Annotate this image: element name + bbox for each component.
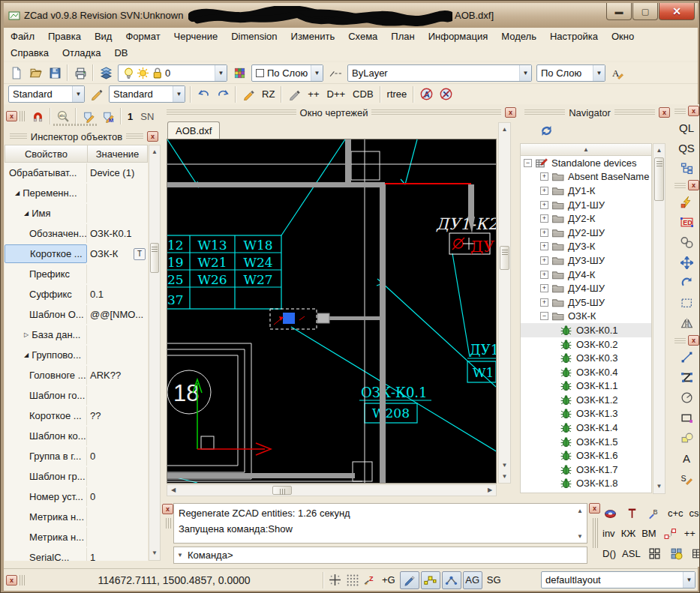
tool-QS[interactable]: QS [672, 138, 700, 158]
command-ASL[interactable]: ASL [622, 548, 641, 559]
menu-формат[interactable]: Формат [119, 29, 167, 43]
ed-button[interactable]: ED [672, 212, 700, 232]
cross-grid-toggle[interactable] [329, 574, 341, 586]
combo-0[interactable]: 0▼ [118, 64, 227, 82]
menu-справка[interactable]: Справка [4, 46, 56, 60]
canvas-vscrollbar[interactable]: ▲ ▼ ▼ [498, 122, 511, 484]
expand-icon[interactable]: + [540, 201, 548, 209]
table-button[interactable] [689, 547, 700, 560]
layout-select[interactable]: defaultlayout▼ [541, 571, 695, 589]
pencil-style-button[interactable] [87, 85, 107, 103]
magnet-button[interactable] [28, 107, 47, 125]
tree-item-ду1-к[interactable]: +ДУ1-К [521, 184, 651, 198]
status-label-SG[interactable]: SG [487, 574, 501, 586]
property-row[interactable]: ◢Имя [5, 203, 148, 223]
drawing-close-icon[interactable]: x [505, 107, 516, 118]
move-button[interactable] [672, 253, 700, 273]
panel-grip[interactable] [674, 183, 686, 188]
command-input[interactable]: ▼ Команда> [173, 547, 587, 564]
cad-canvas[interactable]: 12 W13 W18 19 W21 W24 25 W26 W27 37 ОЗК-… [167, 139, 497, 484]
property-row[interactable]: Головноге ...ARK?? [5, 365, 148, 385]
expanded-icon[interactable]: ◢ [24, 210, 29, 217]
menu-dimension[interactable]: Dimension [224, 29, 284, 43]
command-inv[interactable]: inv [602, 528, 615, 539]
property-row[interactable]: ▷База дан... [5, 325, 148, 345]
tree-item-ду2-шу[interactable]: +ДУ2-ШУ [521, 226, 651, 240]
menu-план[interactable]: План [384, 29, 421, 43]
menu-информация[interactable]: Информация [422, 29, 495, 43]
scroll-up-icon[interactable]: ▲ [653, 145, 665, 156]
combo-standard[interactable]: Standard▼ [109, 85, 185, 103]
chevron-down-icon[interactable]: ▼ [519, 65, 531, 81]
property-row[interactable]: Метрика н... [5, 527, 148, 547]
menu-настройка[interactable]: Настройка [543, 29, 605, 43]
menu-модель[interactable]: Модель [494, 29, 543, 43]
menu-черчение[interactable]: Черчение [167, 29, 225, 43]
toolbar-label-D++[interactable]: D++ [327, 88, 346, 100]
property-row[interactable]: Шаблон ко... [5, 426, 148, 446]
small-red-button[interactable] [662, 527, 679, 540]
property-row[interactable]: Короткое ...ОЗК-КT [5, 244, 148, 264]
inspector-close-icon[interactable]: x [147, 131, 158, 142]
tree-item-озк-к0.3[interactable]: ОЗК-К0.3 [521, 351, 651, 365]
pencil-gray-button[interactable] [284, 85, 304, 103]
property-row[interactable]: SerialC...1 [5, 547, 148, 561]
font-edit-button[interactable]: A [608, 64, 627, 82]
copy-tool-button[interactable] [672, 428, 700, 448]
combo-по-слою[interactable]: По Слою▼ [251, 64, 323, 82]
scroll-right-icon[interactable]: ▶ [485, 485, 494, 495]
expand-icon[interactable]: + [540, 298, 548, 307]
tree-item-absent-basename[interactable]: +Absent BaseName [521, 170, 651, 184]
circle-tool-button[interactable] [672, 388, 700, 408]
nodes-yellow-toggle[interactable] [421, 571, 440, 589]
sun-icon[interactable] [137, 67, 149, 79]
search-abc-button[interactable]: abc [53, 107, 73, 125]
expanded-icon[interactable]: ◢ [24, 352, 29, 358]
mirror-button[interactable] [672, 313, 700, 334]
toolbar-label-CDB[interactable]: CDB [353, 88, 373, 100]
property-value[interactable]: 0 [90, 491, 95, 502]
chain-button[interactable] [672, 232, 700, 253]
tree-item-озк-к1.5[interactable]: ОЗК-К1.5 [521, 435, 651, 449]
rect-tool-button[interactable] [672, 408, 700, 428]
property-row[interactable]: Группа в г...0 [5, 446, 148, 466]
tree-item-ду2-к[interactable]: +ДУ2-К [521, 211, 651, 226]
selected-entity[interactable] [283, 313, 295, 324]
close-icon[interactable]: x [688, 106, 699, 116]
tree-item-озк-к1.3[interactable]: ОЗК-К1.3 [521, 407, 651, 421]
expand-icon[interactable]: + [540, 271, 548, 279]
red-a-button[interactable]: A [416, 85, 436, 103]
navigator-scrollbar[interactable]: ▲ ▼ [653, 143, 665, 494]
property-row[interactable]: Префикс [5, 264, 148, 284]
property-row[interactable]: Шаблон О...@@[NMO... [5, 304, 148, 325]
layers-button[interactable] [96, 64, 116, 82]
toolbar-label-RZ[interactable]: RZ [262, 88, 275, 100]
statusbar-close-icon[interactable]: x [6, 575, 17, 586]
refresh-icon[interactable] [539, 124, 554, 138]
property-value[interactable]: @@[NMO... [90, 309, 143, 320]
menu-файл[interactable]: Файл [4, 29, 41, 43]
chevron-down-icon[interactable]: ▼ [173, 86, 185, 102]
chevron-down-icon[interactable]: ▼ [72, 86, 84, 102]
status-label-+G[interactable]: +G [382, 574, 395, 586]
panel-grip[interactable] [524, 109, 565, 116]
menu-схема[interactable]: Схема [341, 29, 384, 43]
maximize-button[interactable]: ▢ [632, 3, 658, 20]
navigator-close-icon[interactable]: x [659, 107, 670, 118]
pin-t-button[interactable] [623, 507, 641, 520]
collapsed-icon[interactable]: ▷ [24, 331, 29, 338]
tree-item-озк-к[interactable]: −ОЗК-К [521, 310, 651, 324]
toolbar-label-++[interactable]: ++ [308, 88, 319, 100]
command-close-icon[interactable]: x [162, 504, 173, 514]
command-history[interactable]: Regenerate ZCAD entities: 1.26 секундЗап… [173, 503, 587, 544]
property-row[interactable]: ◢Переменн... [5, 183, 148, 203]
tree-item-ду3-шу[interactable]: +ДУ3-ШУ [521, 253, 651, 268]
property-row[interactable]: ◢Группово... [5, 345, 148, 365]
property-row[interactable]: Короткое ...?? [5, 406, 148, 426]
property-row[interactable]: Шаблон гр... [5, 466, 148, 487]
panel-grip[interactable] [371, 109, 501, 116]
tree-item-standalone-devices[interactable]: −Standalone devices [521, 156, 651, 170]
collapse-icon[interactable]: − [524, 159, 532, 167]
toggle-AG[interactable]: AG [463, 571, 482, 589]
property-row[interactable]: Обозначен...ОЗК-К0.1 [5, 223, 148, 244]
